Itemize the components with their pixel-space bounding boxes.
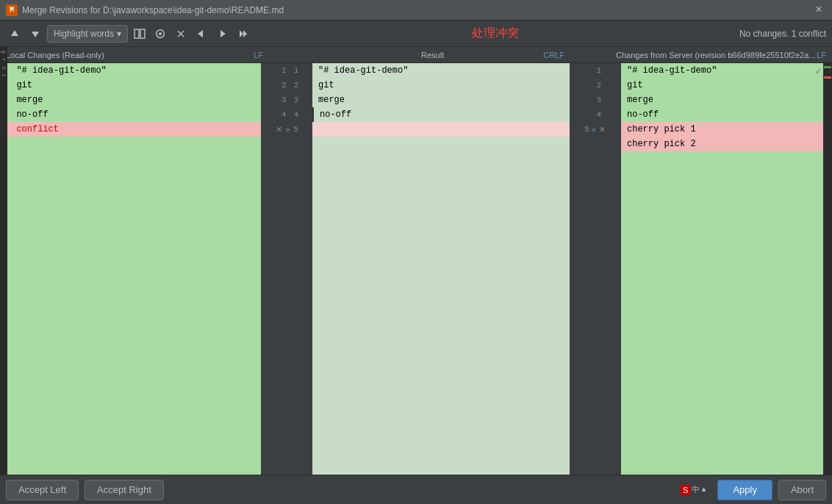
left-panel: "# idea-git-demo" git merge no-off confl… <box>0 63 261 475</box>
right-line-6-conflict: cherry pick 2 <box>621 137 832 151</box>
left-line-1: "# idea-git-demo" <box>0 63 261 78</box>
result-line-2: git <box>312 78 570 93</box>
gutter-line-4: 4 4 <box>261 107 312 122</box>
right-line-4: no-off <box>621 107 832 122</box>
result-line-1: "# idea-git-demo" <box>312 63 570 78</box>
title-bar-left: M Merge Revisions for D:\javaworkspace\i… <box>6 4 284 16</box>
right-gutter-line-5: 5 « ✕ <box>570 122 621 137</box>
sidebar-label-r: r <box>1 58 7 62</box>
result-panel[interactable]: "# idea-git-demo" git merge no-off <box>312 63 570 475</box>
svg-marker-6 <box>240 30 243 37</box>
header-result-panel: Result CRLF <box>316 51 573 60</box>
indicator-ok <box>824 66 831 68</box>
sidebar-label-v: V <box>1 66 7 70</box>
ime-indicator: S 中 ▲ <box>681 484 706 495</box>
highlight-words-label: Highlight words <box>54 29 114 39</box>
right-line-5-conflict: cherry pick 1 <box>621 122 832 137</box>
sidebar-label-g: g <box>1 50 7 54</box>
toolbar: Highlight words ▾ 处理冲突 No changes. 1 con… <box>0 21 832 47</box>
right-line-3: merge <box>621 93 832 107</box>
status-text: No changes. 1 conflict <box>739 29 826 39</box>
left-line-2: git <box>0 78 261 93</box>
left-line-4: no-off <box>0 107 261 122</box>
right-line-1: "# idea-git-demo" <box>621 63 832 78</box>
right-gutter-line-4: 4 <box>570 107 621 122</box>
right-gutter-line-1: 1 <box>570 63 621 78</box>
check-icon: ✓ <box>816 65 822 77</box>
gutter-line-2: 2 2 <box>261 78 312 93</box>
accept-right-arrow-button-5[interactable]: « <box>591 125 597 134</box>
diff-headers: Local Changes (Read-only) LF Result CRLF… <box>0 47 832 63</box>
next-change-button[interactable] <box>26 25 44 43</box>
svg-marker-7 <box>243 30 247 37</box>
right-gutter-line-3: 3 <box>570 93 621 107</box>
bottom-left-buttons: Accept Left Accept Right <box>6 480 164 500</box>
reject-right-button-5[interactable]: ✕ <box>598 125 606 134</box>
gutter-line-1: 1 1 <box>261 63 312 78</box>
result-line-3: merge <box>312 93 570 107</box>
ime-zh-label: 中 <box>692 484 700 495</box>
settings-button[interactable] <box>151 25 169 43</box>
svg-marker-5 <box>220 30 226 37</box>
right-gutter: 1 2 3 4 5 « ✕ <box>570 63 621 475</box>
diff-panels: "# idea-git-demo" git merge no-off confl… <box>0 63 832 475</box>
ime-s-icon: S <box>681 485 690 495</box>
apply-button[interactable]: Apply <box>717 480 772 500</box>
diff-container: Local Changes (Read-only) LF Result CRLF… <box>0 47 832 475</box>
highlight-words-button[interactable]: Highlight words ▾ <box>47 25 128 43</box>
sidebar-label-i: i <box>1 73 7 77</box>
right-panel: "# idea-git-demo" git merge no-off cherr… <box>621 63 832 475</box>
svg-marker-1 <box>32 32 39 37</box>
header-right-panel: Changes from Server (revision b66d989fe2… <box>610 51 832 60</box>
right-indicator-strip <box>823 63 832 475</box>
abort-button[interactable]: Abort <box>778 480 826 500</box>
arrow-left-button[interactable] <box>193 25 210 43</box>
accept-right-button[interactable]: Accept Right <box>85 480 164 500</box>
svg-rect-2 <box>135 29 139 38</box>
result-line-5-conflict <box>312 122 570 137</box>
arrow-right-button[interactable] <box>213 25 231 43</box>
accept-left-arrow-button-5[interactable]: » <box>284 125 290 134</box>
gutter-line-5: ✕ » 5 <box>261 122 312 137</box>
left-gutter: 1 1 2 2 3 3 4 4 ✕ » 5 <box>261 63 312 475</box>
right-gutter-line-2: 2 <box>570 78 621 93</box>
svg-rect-3 <box>140 29 145 38</box>
gutter-line-3: 3 3 <box>261 93 312 107</box>
result-line-4: no-off <box>312 107 570 122</box>
right-line-2: git <box>621 78 832 93</box>
app-icon: M <box>6 4 18 16</box>
indicator-conflict <box>824 76 831 79</box>
svg-marker-0 <box>11 30 18 36</box>
left-line-3: merge <box>0 93 261 107</box>
window-title: Merge Revisions for D:\javaworkspace\ide… <box>22 5 284 15</box>
double-arrow-button[interactable] <box>234 25 251 43</box>
prev-change-button[interactable] <box>6 25 24 43</box>
page-title: 处理冲突 <box>254 26 736 41</box>
magic-button[interactable] <box>172 25 190 43</box>
side-by-side-button[interactable] <box>131 25 148 43</box>
dropdown-arrow-icon: ▾ <box>117 29 121 39</box>
reject-left-button-5[interactable]: ✕ <box>275 125 283 134</box>
accept-left-button[interactable]: Accept Left <box>6 480 79 500</box>
close-button[interactable]: × <box>811 3 826 18</box>
bottom-right-buttons: S 中 ▲ Apply Abort <box>681 480 826 500</box>
ime-arrow-icon: ▲ <box>701 486 706 494</box>
left-sidebar: g r V i <box>0 47 7 475</box>
header-left-panel: Local Changes (Read-only) LF <box>0 51 272 60</box>
bottom-bar: Accept Left Accept Right S 中 ▲ Apply Abo… <box>0 475 832 504</box>
left-line-5-conflict: conflict <box>0 122 261 137</box>
svg-marker-4 <box>198 30 203 37</box>
title-bar: M Merge Revisions for D:\javaworkspace\i… <box>0 0 832 21</box>
